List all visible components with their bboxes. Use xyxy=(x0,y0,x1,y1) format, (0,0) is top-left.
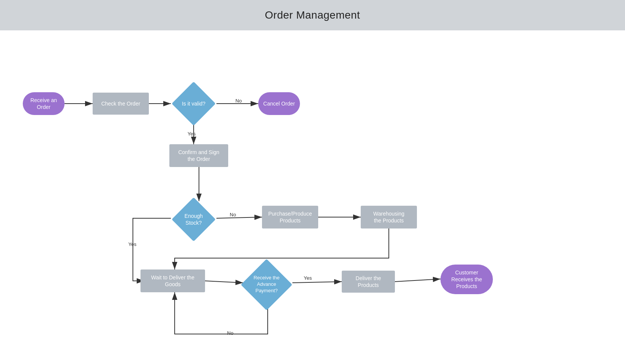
svg-line-10 xyxy=(395,279,440,282)
svg-line-6 xyxy=(216,217,262,218)
header: Order Management xyxy=(0,0,625,30)
warehousing-node: Warehousingthe Products xyxy=(361,206,417,228)
yes-label-1: Yes xyxy=(188,131,196,137)
yes-label-3: Yes xyxy=(304,275,312,281)
enough-stock-node: EnoughStock? xyxy=(167,199,220,240)
canvas: No Yes No Yes Yes No Receive an Order Ch… xyxy=(0,30,625,364)
is-valid-node: Is it valid? xyxy=(167,84,220,124)
customer-receives-node: CustomerReceives theProducts xyxy=(440,265,493,294)
receive-payment-node: Receive theAdvancePayment? xyxy=(236,263,297,306)
no-label-3: No xyxy=(227,330,234,336)
svg-line-9 xyxy=(292,282,342,283)
check-order-node: Check the Order xyxy=(93,93,149,115)
cancel-order-node: Cancel Order xyxy=(258,92,300,115)
no-label-2: No xyxy=(230,212,236,217)
no-label-1: No xyxy=(235,98,242,104)
deliver-products-node: Deliver theProducts xyxy=(342,271,395,293)
arrows-svg xyxy=(0,30,625,364)
page-title: Order Management xyxy=(265,9,360,21)
receive-order-node: Receive an Order xyxy=(23,92,65,115)
purchase-produce-node: Purchase/ProduceProducts xyxy=(262,206,318,228)
wait-deliver-node: Wait to Deliver theGoods xyxy=(140,269,205,292)
yes-label-2: Yes xyxy=(128,241,136,247)
confirm-sign-node: Confirm and Signthe Order xyxy=(169,144,228,167)
